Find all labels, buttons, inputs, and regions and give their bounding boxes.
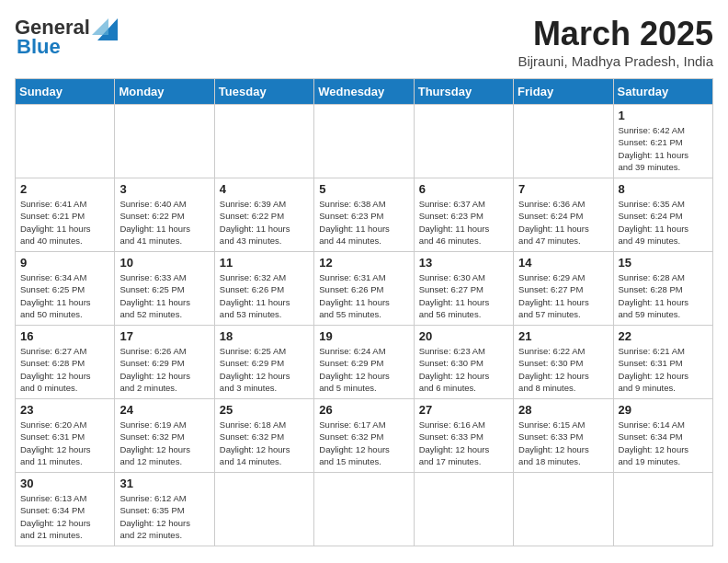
day-info: Sunrise: 6:25 AM Sunset: 6:29 PM Dayligh… — [220, 345, 309, 394]
weekday-header-row: SundayMondayTuesdayWednesdayThursdayFrid… — [16, 79, 713, 105]
calendar-cell: 21Sunrise: 6:22 AM Sunset: 6:30 PM Dayli… — [514, 326, 613, 399]
calendar-cell: 24Sunrise: 6:19 AM Sunset: 6:32 PM Dayli… — [115, 399, 214, 473]
calendar-cell — [414, 105, 513, 178]
day-number: 16 — [20, 329, 109, 343]
day-info: Sunrise: 6:40 AM Sunset: 6:22 PM Dayligh… — [119, 198, 209, 247]
logo-blue-text: Blue — [17, 35, 61, 59]
calendar-title: March 2025 — [518, 15, 713, 53]
calendar-table: SundayMondayTuesdayWednesdayThursdayFrid… — [15, 78, 713, 546]
calendar-cell: 18Sunrise: 6:25 AM Sunset: 6:29 PM Dayli… — [214, 326, 313, 399]
day-number: 23 — [20, 403, 109, 417]
day-info: Sunrise: 6:42 AM Sunset: 6:21 PM Dayligh… — [619, 124, 708, 173]
day-number: 3 — [119, 182, 209, 196]
day-info: Sunrise: 6:34 AM Sunset: 6:25 PM Dayligh… — [20, 271, 109, 320]
calendar-cell — [613, 473, 712, 546]
day-info: Sunrise: 6:19 AM Sunset: 6:32 PM Dayligh… — [119, 419, 209, 467]
day-number: 18 — [220, 329, 309, 343]
calendar-cell: 5Sunrise: 6:38 AM Sunset: 6:23 PM Daylig… — [314, 178, 414, 252]
day-info: Sunrise: 6:32 AM Sunset: 6:26 PM Dayligh… — [220, 271, 309, 320]
day-number: 13 — [419, 256, 508, 270]
calendar-cell: 2Sunrise: 6:41 AM Sunset: 6:21 PM Daylig… — [16, 178, 115, 252]
day-info: Sunrise: 6:16 AM Sunset: 6:33 PM Dayligh… — [419, 419, 508, 467]
day-info: Sunrise: 6:17 AM Sunset: 6:32 PM Dayligh… — [319, 419, 408, 467]
calendar-cell — [414, 473, 513, 546]
calendar-cell: 1Sunrise: 6:42 AM Sunset: 6:21 PM Daylig… — [613, 105, 712, 178]
weekday-header-saturday: Saturday — [613, 79, 712, 105]
logo: General Blue — [15, 15, 119, 59]
calendar-cell: 6Sunrise: 6:37 AM Sunset: 6:23 PM Daylig… — [414, 178, 513, 252]
day-number: 25 — [220, 403, 309, 417]
weekday-header-wednesday: Wednesday — [314, 79, 414, 105]
day-number: 8 — [619, 182, 708, 196]
day-number: 6 — [419, 182, 508, 196]
calendar-cell: 27Sunrise: 6:16 AM Sunset: 6:33 PM Dayli… — [414, 399, 513, 473]
calendar-week-row: 9Sunrise: 6:34 AM Sunset: 6:25 PM Daylig… — [16, 252, 713, 326]
calendar-cell: 17Sunrise: 6:26 AM Sunset: 6:29 PM Dayli… — [115, 326, 214, 399]
day-info: Sunrise: 6:28 AM Sunset: 6:28 PM Dayligh… — [619, 271, 708, 320]
day-info: Sunrise: 6:14 AM Sunset: 6:34 PM Dayligh… — [619, 419, 708, 467]
day-number: 31 — [119, 477, 209, 490]
calendar-week-row: 30Sunrise: 6:13 AM Sunset: 6:34 PM Dayli… — [16, 473, 713, 546]
day-number: 22 — [619, 329, 708, 343]
calendar-cell: 29Sunrise: 6:14 AM Sunset: 6:34 PM Dayli… — [613, 399, 712, 473]
day-info: Sunrise: 6:31 AM Sunset: 6:26 PM Dayligh… — [319, 271, 408, 320]
calendar-cell: 11Sunrise: 6:32 AM Sunset: 6:26 PM Dayli… — [214, 252, 313, 326]
calendar-cell — [514, 473, 613, 546]
day-info: Sunrise: 6:27 AM Sunset: 6:28 PM Dayligh… — [20, 345, 109, 394]
day-info: Sunrise: 6:23 AM Sunset: 6:30 PM Dayligh… — [419, 345, 508, 394]
calendar-cell: 26Sunrise: 6:17 AM Sunset: 6:32 PM Dayli… — [314, 399, 414, 473]
calendar-cell: 3Sunrise: 6:40 AM Sunset: 6:22 PM Daylig… — [115, 178, 214, 252]
day-info: Sunrise: 6:15 AM Sunset: 6:33 PM Dayligh… — [518, 419, 608, 467]
calendar-week-row: 1Sunrise: 6:42 AM Sunset: 6:21 PM Daylig… — [16, 105, 713, 178]
logo-icon — [92, 15, 119, 40]
day-number: 1 — [619, 109, 708, 122]
calendar-cell — [314, 105, 414, 178]
calendar-cell: 15Sunrise: 6:28 AM Sunset: 6:28 PM Dayli… — [613, 252, 712, 326]
calendar-cell: 12Sunrise: 6:31 AM Sunset: 6:26 PM Dayli… — [314, 252, 414, 326]
day-number: 20 — [419, 329, 508, 343]
calendar-cell: 9Sunrise: 6:34 AM Sunset: 6:25 PM Daylig… — [16, 252, 115, 326]
day-info: Sunrise: 6:22 AM Sunset: 6:30 PM Dayligh… — [518, 345, 608, 394]
calendar-subtitle: Bijrauni, Madhya Pradesh, India — [518, 53, 713, 69]
calendar-cell: 28Sunrise: 6:15 AM Sunset: 6:33 PM Dayli… — [514, 399, 613, 473]
calendar-cell: 10Sunrise: 6:33 AM Sunset: 6:25 PM Dayli… — [115, 252, 214, 326]
calendar-cell: 20Sunrise: 6:23 AM Sunset: 6:30 PM Dayli… — [414, 326, 513, 399]
day-info: Sunrise: 6:24 AM Sunset: 6:29 PM Dayligh… — [319, 345, 408, 394]
calendar-cell — [514, 105, 613, 178]
day-number: 26 — [319, 403, 408, 417]
day-info: Sunrise: 6:33 AM Sunset: 6:25 PM Dayligh… — [119, 271, 209, 320]
day-number: 28 — [518, 403, 608, 417]
calendar-cell — [115, 105, 214, 178]
day-number: 30 — [20, 477, 109, 490]
day-number: 12 — [319, 256, 408, 270]
day-info: Sunrise: 6:12 AM Sunset: 6:35 PM Dayligh… — [119, 492, 209, 541]
day-info: Sunrise: 6:26 AM Sunset: 6:29 PM Dayligh… — [119, 345, 209, 394]
svg-marker-1 — [92, 18, 108, 35]
day-number: 2 — [20, 182, 109, 196]
calendar-week-row: 16Sunrise: 6:27 AM Sunset: 6:28 PM Dayli… — [16, 326, 713, 399]
weekday-header-monday: Monday — [115, 79, 214, 105]
day-info: Sunrise: 6:39 AM Sunset: 6:22 PM Dayligh… — [220, 198, 309, 247]
weekday-header-thursday: Thursday — [414, 79, 513, 105]
day-number: 21 — [518, 329, 608, 343]
day-info: Sunrise: 6:18 AM Sunset: 6:32 PM Dayligh… — [220, 419, 309, 467]
calendar-cell: 16Sunrise: 6:27 AM Sunset: 6:28 PM Dayli… — [16, 326, 115, 399]
calendar-cell: 25Sunrise: 6:18 AM Sunset: 6:32 PM Dayli… — [214, 399, 313, 473]
day-number: 29 — [619, 403, 708, 417]
day-info: Sunrise: 6:13 AM Sunset: 6:34 PM Dayligh… — [20, 492, 109, 541]
weekday-header-sunday: Sunday — [16, 79, 115, 105]
calendar-cell: 22Sunrise: 6:21 AM Sunset: 6:31 PM Dayli… — [613, 326, 712, 399]
day-number: 11 — [220, 256, 309, 270]
weekday-header-tuesday: Tuesday — [214, 79, 313, 105]
calendar-cell: 13Sunrise: 6:30 AM Sunset: 6:27 PM Dayli… — [414, 252, 513, 326]
page-header: General Blue March 2025 Bijrauni, Madhya… — [15, 15, 713, 69]
calendar-cell: 7Sunrise: 6:36 AM Sunset: 6:24 PM Daylig… — [514, 178, 613, 252]
day-number: 27 — [419, 403, 508, 417]
day-info: Sunrise: 6:35 AM Sunset: 6:24 PM Dayligh… — [619, 198, 708, 247]
day-number: 19 — [319, 329, 408, 343]
calendar-week-row: 2Sunrise: 6:41 AM Sunset: 6:21 PM Daylig… — [16, 178, 713, 252]
day-info: Sunrise: 6:36 AM Sunset: 6:24 PM Dayligh… — [518, 198, 608, 247]
day-number: 7 — [518, 182, 608, 196]
calendar-cell: 19Sunrise: 6:24 AM Sunset: 6:29 PM Dayli… — [314, 326, 414, 399]
day-number: 15 — [619, 256, 708, 270]
